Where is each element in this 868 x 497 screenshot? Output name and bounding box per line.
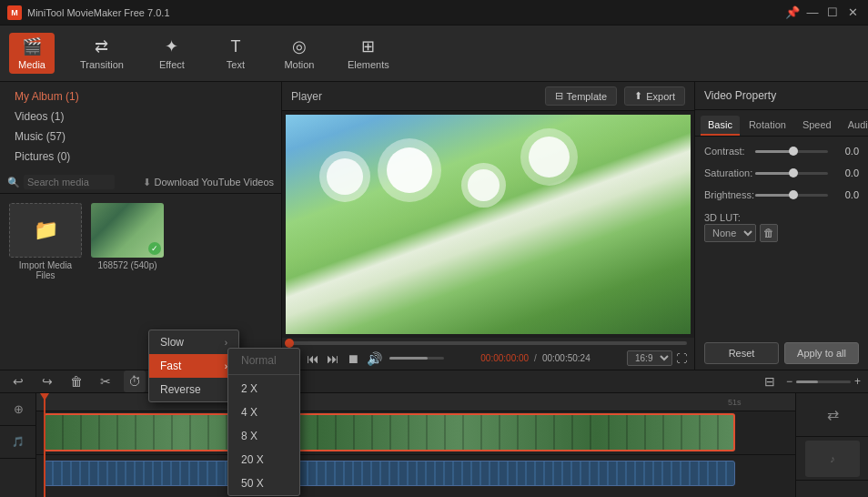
- playhead-arrow: [40, 393, 49, 401]
- toolbar-motion[interactable]: ◎ Motion: [277, 33, 322, 74]
- total-duration: 00:00:50:24: [542, 353, 590, 363]
- volume-track: [389, 357, 444, 360]
- ruler-mark: 51s: [728, 398, 742, 407]
- main-area: My Album (1) Videos (1) Music (57) Pictu…: [0, 82, 868, 370]
- apply-all-button[interactable]: Apply to all: [784, 342, 859, 364]
- media-file-name: 168572 (540p): [97, 260, 156, 270]
- timeline-main: 51s: [36, 393, 795, 497]
- toolbar-media[interactable]: 🎬 Media: [9, 33, 55, 74]
- transition-icon: ⇄: [95, 36, 108, 56]
- toolbar-transition[interactable]: ⇄ Transition: [73, 33, 131, 74]
- video-track-icon: 🎵: [0, 426, 36, 459]
- speed-reverse-item[interactable]: Reverse: [149, 378, 238, 401]
- brightness-label: Brightness:: [704, 189, 754, 200]
- cut-button[interactable]: ✂: [95, 370, 116, 392]
- player-video: [286, 115, 691, 334]
- export-button[interactable]: ⬆ Export: [624, 86, 685, 106]
- volume-icon[interactable]: 🔊: [367, 351, 382, 366]
- zoom-in-button[interactable]: +: [854, 375, 861, 388]
- stop-button[interactable]: ⏹: [347, 351, 359, 366]
- brightness-slider-wrap: 0.0: [755, 189, 859, 200]
- delete-button[interactable]: 🗑: [66, 370, 87, 392]
- timeline-playhead[interactable]: [44, 393, 45, 497]
- effect-icon: ✦: [165, 36, 178, 56]
- prev-frame-button[interactable]: ⏮: [307, 351, 319, 366]
- redo-button[interactable]: ↪: [36, 370, 58, 392]
- search-bar: 🔍 ⬇ Download YouTube Videos: [0, 171, 281, 194]
- reverse-label: Reverse: [160, 383, 201, 396]
- current-time: 00:00:00:00: [480, 353, 529, 363]
- contrast-slider[interactable]: [755, 150, 828, 153]
- fast-2x-item[interactable]: 2 X: [228, 377, 299, 401]
- zoom-control: − +: [786, 375, 861, 388]
- album-videos[interactable]: Videos (1): [7, 107, 274, 126]
- template-button[interactable]: ⊟ Template: [545, 86, 618, 106]
- zoom-track[interactable]: [796, 380, 851, 383]
- next-frame-button[interactable]: ⏭: [327, 351, 339, 366]
- add-video-track-button[interactable]: ⊕: [0, 393, 36, 426]
- saturation-label: Saturation:: [704, 167, 752, 178]
- pin-button[interactable]: 📌: [784, 5, 801, 21]
- tab-speed[interactable]: Speed: [795, 116, 839, 136]
- lut-select[interactable]: None: [704, 224, 756, 242]
- fast-4x-item[interactable]: 4 X: [228, 401, 299, 424]
- speed-button[interactable]: ⏱: [124, 370, 146, 392]
- reset-button[interactable]: Reset: [704, 342, 779, 364]
- property-content: Contrast: 0.0 Saturation: 0.: [695, 137, 868, 251]
- album-my-album[interactable]: My Album (1): [7, 87, 274, 106]
- timeline-right-sidebar: ⇄ ♪: [795, 393, 868, 497]
- import-label: Import Media Files: [9, 260, 82, 280]
- tab-basic[interactable]: Basic: [701, 116, 740, 136]
- fast-8x-item[interactable]: 8 X: [228, 424, 299, 448]
- slow-arrow: ›: [225, 338, 227, 348]
- text-icon: T: [230, 37, 240, 56]
- thumb-placeholder: ♪: [805, 441, 860, 477]
- control-row: ▶ ⏮ ⏭ ⏹ 🔊 00:00:00:00 / 00:00:50:24: [289, 350, 687, 366]
- tab-rotation[interactable]: Rotation: [742, 116, 793, 136]
- split-audio-button[interactable]: ⊟: [759, 370, 781, 392]
- maximize-button[interactable]: ☐: [824, 5, 841, 21]
- video-clip[interactable]: [44, 413, 735, 451]
- video-track-options[interactable]: ⇄: [796, 393, 868, 437]
- speed-slow-item[interactable]: Slow ›: [149, 330, 238, 354]
- audio-track: [36, 455, 795, 497]
- zoom-out-button[interactable]: −: [786, 375, 792, 388]
- player-title: Player: [291, 90, 322, 103]
- search-input[interactable]: [24, 175, 115, 189]
- audio-clip[interactable]: [44, 461, 735, 486]
- fullscreen-button[interactable]: ⛶: [676, 352, 687, 365]
- export-label: Export: [646, 91, 675, 102]
- saturation-slider[interactable]: [755, 172, 828, 175]
- lut-delete-button[interactable]: 🗑: [760, 224, 778, 242]
- fast-20x-item[interactable]: 20 X: [228, 448, 299, 472]
- transition-label: Transition: [80, 59, 124, 70]
- time-slash: /: [534, 353, 537, 363]
- undo-button[interactable]: ↩: [7, 370, 29, 392]
- download-youtube-btn[interactable]: Download YouTube Videos: [155, 177, 275, 188]
- fast-50x-item[interactable]: 50 X: [228, 472, 299, 495]
- speed-fast-item[interactable]: Fast ›: [149, 354, 238, 378]
- minimize-button[interactable]: —: [804, 5, 821, 21]
- playback-buttons: ▶ ⏮ ⏭ ⏹ 🔊: [289, 351, 444, 366]
- title-controls: 📌 — ☐ ✕: [784, 5, 861, 21]
- brightness-slider[interactable]: [755, 194, 828, 197]
- album-list: My Album (1) Videos (1) Music (57) Pictu…: [0, 82, 281, 171]
- album-pictures[interactable]: Pictures (0): [7, 147, 274, 166]
- contrast-row: Contrast: 0.0: [704, 146, 859, 157]
- import-media-btn[interactable]: 📁 Import Media Files: [9, 203, 82, 360]
- progress-bar[interactable]: [289, 341, 687, 345]
- right-panel: Video Property Basic Rotation Speed Audi…: [695, 82, 868, 370]
- aspect-ratio-select[interactable]: 16:9 4:3 1:1: [627, 350, 672, 366]
- album-music[interactable]: Music (57): [7, 127, 274, 146]
- slow-label: Slow: [160, 336, 184, 349]
- toolbar-effect[interactable]: ✦ Effect: [149, 33, 195, 74]
- toolbar-text[interactable]: T Text: [213, 34, 258, 74]
- close-button[interactable]: ✕: [844, 5, 861, 21]
- saturation-dot: [789, 168, 798, 178]
- toolbar-elements[interactable]: ⊞ Elements: [340, 33, 397, 74]
- volume-bar[interactable]: [389, 357, 444, 360]
- swap-icon: ⇄: [827, 406, 839, 423]
- download-icon: ⬇: [143, 177, 151, 188]
- tab-audio[interactable]: Audio: [841, 116, 868, 136]
- saturation-row: Saturation: 0.0: [704, 167, 859, 178]
